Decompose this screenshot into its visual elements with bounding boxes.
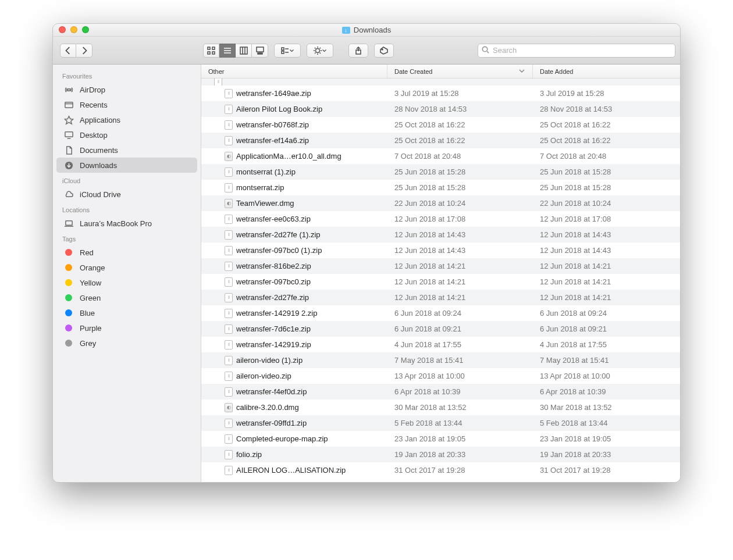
- table-row[interactable]: wetransfer-ee0c63.zip12 Jun 2018 at 17:0…: [201, 211, 680, 227]
- svg-rect-13: [261, 53, 262, 54]
- table-row[interactable]: aileron-video.zip13 Apr 2018 at 10:0013 …: [201, 368, 680, 384]
- sidebar-item-downloads[interactable]: Downloads: [56, 158, 197, 173]
- file-rows[interactable]: wetransfer-1649ae.zip3 Jul 2019 at 15:28…: [201, 79, 680, 482]
- file-name: wetransfer-2d27fe.zip: [236, 293, 309, 302]
- zip-file-icon: [225, 324, 233, 334]
- sidebar-item-red[interactable]: Red: [56, 245, 197, 260]
- finder-window: Downloads: [52, 23, 681, 483]
- table-row[interactable]: TeamViewer.dmg22 Jun 2018 at 10:2422 Jun…: [201, 195, 680, 211]
- zip-file-icon: [225, 215, 233, 224]
- sidebar[interactable]: FavouritesAirDropRecentsApplicationsDesk…: [53, 65, 201, 482]
- table-row[interactable]: folio.zip19 Jan 2018 at 20:3319 Jan 2018…: [201, 447, 680, 462]
- table-row[interactable]: wetransfer-f4ef0d.zip6 Apr 2018 at 10:39…: [201, 384, 680, 400]
- table-row[interactable]: wetransfer-2d27fe.zip12 Jun 2018 at 14:2…: [201, 290, 680, 305]
- table-row[interactable]: montserrat.zip25 Jun 2018 at 15:2825 Jun…: [201, 180, 680, 195]
- column-name[interactable]: Other: [201, 65, 387, 78]
- sidebar-item-green[interactable]: Green: [56, 290, 197, 305]
- file-name-cell: TeamViewer.dmg: [201, 199, 387, 208]
- table-row[interactable]: wetransfer-09ffd1.zip5 Feb 2018 at 13:44…: [201, 415, 680, 431]
- search-input[interactable]: [493, 46, 671, 55]
- back-button[interactable]: [60, 44, 76, 58]
- table-row[interactable]: AILERON LOG…ALISATION.zip31 Oct 2017 at …: [201, 462, 680, 478]
- date-created-cell: 3 Jul 2019 at 15:28: [387, 89, 533, 98]
- search-field[interactable]: [478, 44, 675, 58]
- table-row[interactable]: [201, 79, 680, 85]
- tag-dot-icon: [63, 247, 74, 258]
- table-row[interactable]: Aileron Pilot Log Book.zip28 Nov 2018 at…: [201, 101, 680, 117]
- date-added-cell: 12 Jun 2018 at 14:21: [533, 262, 680, 270]
- file-name: wetransfer-1649ae.zip: [236, 89, 311, 98]
- sidebar-item-icloud-drive[interactable]: iCloud Drive: [56, 187, 197, 202]
- file-name-cell: wetransfer-09ffd1.zip: [201, 419, 387, 428]
- svg-rect-1: [212, 47, 215, 49]
- date-created-cell: 7 Oct 2018 at 20:48: [387, 152, 533, 160]
- svg-rect-12: [259, 53, 261, 54]
- svg-rect-10: [257, 47, 264, 52]
- table-row[interactable]: wetransfer-142919 2.zip6 Jun 2018 at 09:…: [201, 305, 680, 321]
- table-row[interactable]: wetransfer-2d27fe (1).zip12 Jun 2018 at …: [201, 227, 680, 242]
- sidebar-item-laura-s-macbook-pro[interactable]: Laura’s MacBook Pro: [56, 216, 197, 231]
- sidebar-item-airdrop[interactable]: AirDrop: [56, 82, 197, 97]
- table-row[interactable]: Completed-europe-map.zip23 Jan 2018 at 1…: [201, 431, 680, 447]
- table-row[interactable]: wetransfer-142919.zip4 Jun 2018 at 17:55…: [201, 337, 680, 352]
- column-date-added[interactable]: Date Added: [533, 65, 680, 78]
- column-date-created[interactable]: Date Created: [387, 65, 533, 78]
- zip-file-icon: [225, 246, 233, 255]
- dmg-file-icon: [225, 403, 233, 412]
- sidebar-item-purple[interactable]: Purple: [56, 320, 197, 336]
- sidebar-item-label: Applications: [80, 116, 120, 124]
- file-name-cell: wetransfer-2d27fe.zip: [201, 293, 387, 302]
- table-row[interactable]: wetransfer-7d6c1e.zip6 Jun 2018 at 09:21…: [201, 321, 680, 337]
- sidebar-item-yellow[interactable]: Yellow: [56, 275, 197, 290]
- fullscreen-window-button[interactable]: [82, 26, 89, 33]
- columns-header: Other Date Created Date Added: [201, 65, 680, 79]
- date-created-cell: 28 Nov 2018 at 14:53: [387, 105, 533, 113]
- sidebar-item-desktop[interactable]: Desktop: [56, 127, 197, 142]
- sidebar-item-documents[interactable]: Documents: [56, 142, 197, 158]
- sidebar-item-applications[interactable]: Applications: [56, 112, 197, 127]
- action-menu-button[interactable]: [307, 44, 333, 58]
- table-row[interactable]: montserrat (1).zip25 Jun 2018 at 15:2825…: [201, 164, 680, 180]
- share-button[interactable]: [348, 44, 368, 58]
- icon-view-button[interactable]: [203, 44, 219, 58]
- table-row[interactable]: wetransfer-ef14a6.zip25 Oct 2018 at 16:2…: [201, 133, 680, 148]
- file-name-cell: montserrat.zip: [201, 183, 387, 192]
- file-name-cell: wetransfer-2d27fe (1).zip: [201, 230, 387, 240]
- forward-button[interactable]: [76, 44, 92, 58]
- tag-dot-icon: [63, 323, 74, 333]
- sidebar-item-orange[interactable]: Orange: [56, 260, 197, 275]
- sidebar-item-blue[interactable]: Blue: [56, 305, 197, 320]
- table-row[interactable]: wetransfer-1649ae.zip3 Jul 2019 at 15:28…: [201, 85, 680, 101]
- gallery-view-button[interactable]: [252, 44, 268, 58]
- sidebar-section-label: Favourites: [53, 68, 201, 82]
- sidebar-item-grey[interactable]: Grey: [56, 336, 197, 351]
- minimise-window-button[interactable]: [70, 26, 77, 33]
- group-by-button[interactable]: [274, 44, 301, 58]
- table-row[interactable]: wetransfer-816be2.zip12 Jun 2018 at 14:2…: [201, 258, 680, 274]
- file-name: aileron-video (1).zip: [236, 356, 303, 365]
- sidebar-item-recents[interactable]: Recents: [56, 97, 197, 112]
- column-view-button[interactable]: [236, 44, 252, 58]
- sidebar-item-label: AirDrop: [80, 85, 105, 94]
- svg-line-26: [319, 48, 321, 49]
- close-window-button[interactable]: [59, 26, 66, 33]
- file-name: wetransfer-142919.zip: [236, 340, 311, 349]
- table-row[interactable]: ApplicationMa…er10.0_all.dmg7 Oct 2018 a…: [201, 148, 680, 164]
- date-created-cell: 25 Oct 2018 at 16:22: [387, 120, 533, 129]
- table-row[interactable]: calibre-3.20.0.dmg30 Mar 2018 at 13:5230…: [201, 400, 680, 415]
- table-row[interactable]: aileron-video (1).zip7 May 2018 at 15:41…: [201, 352, 680, 368]
- tags-button[interactable]: [374, 44, 394, 58]
- svg-rect-11: [258, 53, 259, 54]
- search-icon: [482, 46, 489, 55]
- zip-file-icon: [225, 120, 233, 130]
- table-row[interactable]: wetransfer-097bc0 (1).zip12 Jun 2018 at …: [201, 242, 680, 258]
- list-view-button[interactable]: [219, 44, 236, 58]
- zip-file-icon: [225, 89, 233, 98]
- titlebar[interactable]: Downloads: [53, 24, 680, 37]
- downloads-icon: [63, 160, 74, 170]
- sidebar-item-label: Documents: [80, 146, 118, 155]
- svg-line-23: [315, 48, 316, 49]
- table-row[interactable]: wetransfer-097bc0.zip12 Jun 2018 at 14:2…: [201, 274, 680, 290]
- table-row[interactable]: wetransfer-b0768f.zip25 Oct 2018 at 16:2…: [201, 117, 680, 133]
- file-name: montserrat (1).zip: [236, 167, 296, 176]
